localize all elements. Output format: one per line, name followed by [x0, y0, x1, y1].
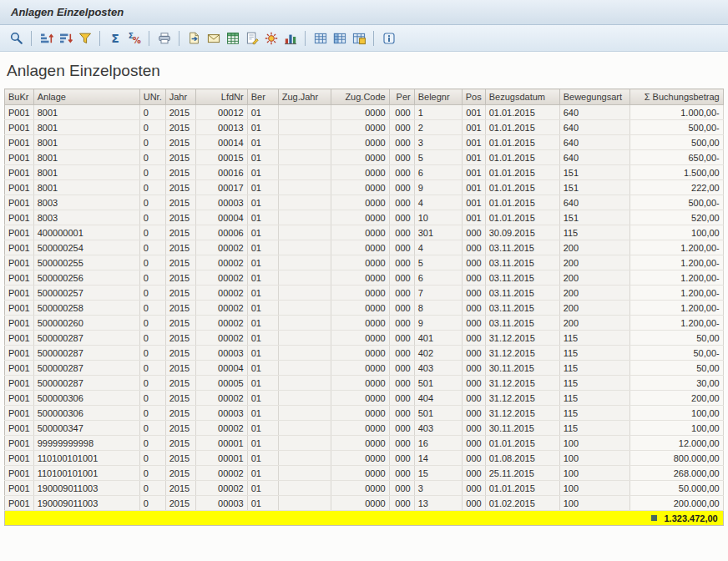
table-cell[interactable]: 000 [462, 225, 485, 240]
table-cell[interactable]: 50,00 [629, 331, 723, 346]
table-cell[interactable]: 31.12.2015 [485, 376, 559, 391]
table-cell[interactable]: 500000255 [33, 255, 139, 270]
table-cell[interactable]: 01 [247, 286, 278, 301]
table-cell[interactable]: 01.01.2015 [485, 195, 559, 210]
table-cell[interactable]: 115 [559, 376, 629, 391]
table-row[interactable]: P001500000287020150000401000000040300030… [5, 361, 724, 376]
table-cell[interactable]: 001 [462, 120, 485, 135]
table-cell[interactable]: 000 [389, 210, 414, 225]
table-cell[interactable]: 000 [389, 120, 414, 135]
table-cell[interactable]: P001 [5, 376, 34, 391]
table-cell[interactable]: 0 [139, 346, 165, 361]
table-cell[interactable]: 0000 [331, 496, 389, 511]
table-cell[interactable]: 0000 [331, 316, 389, 331]
table-cell[interactable]: 2015 [165, 316, 195, 331]
table-cell[interactable]: 1.200,00- [629, 301, 723, 316]
table-row[interactable]: P0015000002570201500002010000000700003.1… [5, 286, 724, 301]
table-cell[interactable]: 00002 [195, 481, 247, 496]
table-row[interactable]: P0015000002560201500002010000000600003.1… [5, 270, 724, 286]
table-cell[interactable]: P001 [5, 255, 34, 270]
table-row[interactable]: P001500000287020150000201000000040100031… [5, 331, 724, 346]
table-cell[interactable]: P001 [5, 150, 34, 165]
table-cell[interactable]: 200 [559, 301, 629, 316]
table-row[interactable]: P001500000306020150000301000000050100031… [5, 406, 724, 421]
table-row[interactable]: P0015000002580201500002010000000800003.1… [5, 301, 724, 316]
table-cell[interactable]: 640 [559, 105, 629, 120]
table-cell[interactable]: 2015 [165, 406, 195, 421]
table-cell[interactable]: 000 [389, 391, 414, 406]
table-cell[interactable]: 500000287 [33, 331, 139, 346]
table-cell[interactable]: 0 [139, 481, 165, 496]
table-cell[interactable]: 0 [139, 210, 165, 225]
table-cell[interactable] [278, 331, 331, 346]
table-cell[interactable]: 00012 [195, 105, 247, 120]
column-header-pos[interactable]: Pos [462, 89, 485, 105]
table-cell[interactable] [278, 180, 331, 195]
table-cell[interactable]: 0 [139, 135, 165, 150]
table-cell[interactable]: 000 [389, 421, 414, 436]
table-cell[interactable]: 000 [462, 376, 485, 391]
subtotal-icon[interactable]: Σ% [124, 28, 144, 48]
table-cell[interactable]: 01 [247, 436, 278, 451]
table-cell[interactable]: 1 [414, 105, 462, 120]
column-header-bukr[interactable]: BuKr [5, 89, 34, 105]
table-cell[interactable]: 00002 [195, 466, 247, 481]
table-cell[interactable] [278, 165, 331, 180]
table-cell[interactable]: 0000 [331, 346, 389, 361]
table-cell[interactable] [278, 120, 331, 135]
table-cell[interactable]: 115 [559, 361, 629, 376]
table-row[interactable]: P001999999999980201500001010000000160000… [5, 436, 724, 451]
table-cell[interactable]: 30.11.2015 [485, 361, 559, 376]
table-cell[interactable]: P001 [5, 421, 34, 436]
table-cell[interactable]: 001 [462, 165, 485, 180]
table-cell[interactable]: 0000 [331, 150, 389, 165]
table-cell[interactable]: P001 [5, 195, 34, 210]
table-cell[interactable]: 0000 [331, 481, 389, 496]
table-cell[interactable]: 000 [389, 240, 414, 255]
table-cell[interactable]: 500000306 [33, 406, 139, 421]
table-cell[interactable]: 500,00- [629, 120, 723, 135]
table-cell[interactable]: 2015 [165, 361, 195, 376]
table-cell[interactable]: 000 [462, 466, 485, 481]
table-cell[interactable]: 268.000,00 [629, 466, 723, 481]
table-cell[interactable]: 00002 [195, 391, 247, 406]
table-cell[interactable]: 9 [414, 316, 462, 331]
table-cell[interactable]: 0 [139, 331, 165, 346]
table-cell[interactable]: 100 [559, 496, 629, 511]
table-cell[interactable]: 01.01.2015 [485, 105, 559, 120]
table-cell[interactable]: 000 [389, 331, 414, 346]
table-cell[interactable]: 9 [414, 180, 462, 195]
table-cell[interactable]: 2015 [165, 421, 195, 436]
table-cell[interactable] [278, 255, 331, 270]
table-cell[interactable]: 520,00 [629, 210, 723, 225]
table-cell[interactable]: 000 [389, 376, 414, 391]
table-cell[interactable]: 00002 [195, 331, 247, 346]
table-cell[interactable]: 501 [414, 406, 462, 421]
table-cell[interactable]: 0000 [331, 436, 389, 451]
table-cell[interactable] [278, 105, 331, 120]
table-cell[interactable]: 000 [389, 286, 414, 301]
table-cell[interactable]: P001 [5, 451, 34, 466]
table-row[interactable]: P0015000002550201500002010000000500003.1… [5, 255, 724, 270]
table-cell[interactable]: 8001 [33, 105, 139, 120]
table-cell[interactable]: 6 [414, 270, 462, 286]
table-cell[interactable]: 01 [247, 195, 278, 210]
table-cell[interactable]: 500,00 [629, 135, 723, 150]
table-cell[interactable]: 30.09.2015 [485, 225, 559, 240]
table-cell[interactable]: 001 [462, 180, 485, 195]
table-cell[interactable]: 03.11.2015 [485, 286, 559, 301]
table-cell[interactable]: 100 [559, 436, 629, 451]
table-cell[interactable]: 110100101001 [33, 466, 139, 481]
table-cell[interactable]: 0 [139, 436, 165, 451]
table-cell[interactable]: 000 [462, 391, 485, 406]
table-cell[interactable] [278, 421, 331, 436]
table-cell[interactable] [278, 135, 331, 150]
table-cell[interactable]: 13 [414, 496, 462, 511]
table-cell[interactable]: 00003 [195, 406, 247, 421]
table-cell[interactable]: P001 [5, 466, 34, 481]
table-cell[interactable]: 200 [559, 286, 629, 301]
table-cell[interactable] [278, 406, 331, 421]
table-cell[interactable]: 001 [462, 210, 485, 225]
table-cell[interactable]: 000 [389, 496, 414, 511]
table-cell[interactable]: 001 [462, 150, 485, 165]
